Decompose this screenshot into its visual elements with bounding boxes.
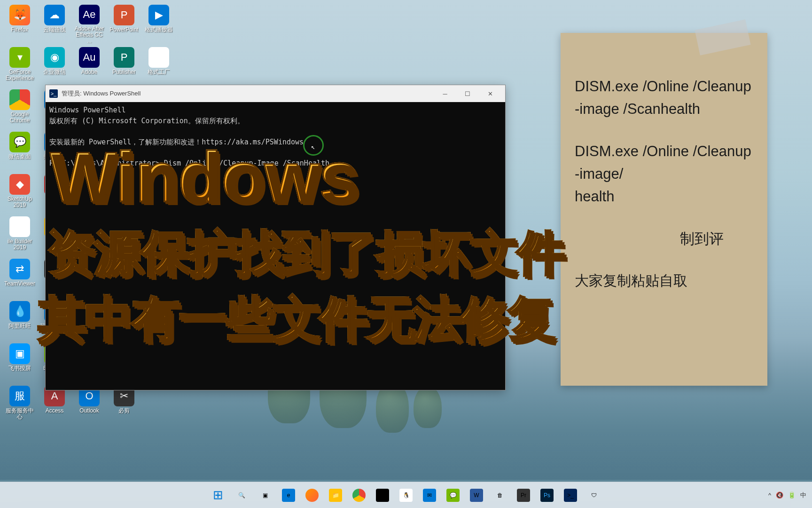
- taskbar[interactable]: ⊞ 🔍▣e📁✂🐧✉💬W🗑PrPs>_🛡 ^🔇🔋中: [0, 482, 812, 508]
- desktop-icon-builder[interactable]: ▤ile Builder 2019: [3, 214, 37, 255]
- taskbar-edge[interactable]: e: [278, 485, 299, 506]
- sticky-note: DISM.exe /Online /Cleanup-image /Scanhea…: [561, 33, 767, 386]
- taskbar-powershell-tb[interactable]: >_: [560, 485, 581, 506]
- desktop-icon-sketchup[interactable]: ◆SketchUp 2019: [3, 172, 37, 213]
- audition-icon: Au: [79, 47, 100, 68]
- taskbar-tray[interactable]: ^🔇🔋中: [768, 491, 806, 500]
- search-icon: 🔍: [235, 489, 248, 502]
- taskview-icon: ▣: [258, 489, 272, 502]
- icon-label: 微信桌面: [8, 154, 31, 160]
- taskbar-chrome-tb[interactable]: [349, 485, 369, 506]
- shield-icon: 🛡: [587, 489, 601, 502]
- tray-item[interactable]: 🔇: [776, 492, 783, 499]
- icon-label: Adobe: [81, 69, 98, 75]
- word-tb-icon: W: [470, 489, 483, 502]
- minimize-button[interactable]: ─: [434, 85, 456, 102]
- explorer-icon: 📁: [329, 489, 342, 502]
- publisher-icon: P: [114, 47, 134, 68]
- note-command-2: DISM.exe /Online /Cleanup-image/ health: [575, 140, 753, 208]
- note-command-1: DISM.exe /Online /Cleanup-image /Scanhea…: [575, 75, 753, 120]
- pr-icon: Pr: [517, 489, 530, 502]
- desktop-icon-qywx[interactable]: ◉企业微信: [38, 45, 71, 86]
- powershell-tb-icon: >_: [564, 489, 577, 502]
- overlay-subtitle-2: 其中有一些文件无法修复: [38, 287, 554, 351]
- taskbar-shield[interactable]: 🛡: [584, 485, 604, 506]
- powershell-icon: >_: [49, 89, 58, 98]
- desktop-icon-teamviewer[interactable]: ⇄TeamViewer: [3, 257, 37, 297]
- recycle-icon: 🗑: [493, 489, 507, 502]
- desktop-icon-player[interactable]: ▶格式播放器: [142, 3, 176, 43]
- wechat-icon: 💬: [9, 132, 30, 152]
- note-text-4: 大家复制粘贴自取: [575, 270, 753, 292]
- icon-label: Publisher: [112, 69, 136, 75]
- icon-label: 必剪: [118, 408, 130, 414]
- icon-label: 飞书投屏: [8, 365, 31, 372]
- close-button[interactable]: ✕: [479, 85, 501, 102]
- mail-icon: ✉: [423, 489, 436, 502]
- desktop-icon-ae[interactable]: AeAdobe After Effects CC ...: [72, 3, 106, 43]
- edge-icon: e: [282, 489, 295, 502]
- firefox-icon: 🦊: [9, 5, 30, 25]
- powershell-titlebar[interactable]: >_ 管理员: Windows PowerShell ─ ☐ ✕: [46, 85, 505, 102]
- icon-label: TeamViewer: [4, 281, 35, 287]
- desktop-icon-audition[interactable]: AuAdobe: [72, 45, 106, 86]
- taskbar-explorer[interactable]: 📁: [325, 485, 346, 506]
- taskbar-recycle[interactable]: 🗑: [490, 485, 510, 506]
- tray-item[interactable]: 🔋: [788, 492, 796, 499]
- factory-icon: ⚙: [148, 47, 169, 68]
- desktop-icon-firefox[interactable]: 🦊Firefox: [3, 3, 37, 43]
- desktop-icon-cloud[interactable]: ☁云端连线: [38, 3, 71, 43]
- cloud-icon: ☁: [44, 5, 65, 25]
- icon-label: Outlook: [79, 408, 99, 414]
- tray-item[interactable]: 中: [800, 491, 806, 500]
- desktop-icon-factory[interactable]: ⚙格式工厂: [142, 45, 176, 86]
- chrome-tb-icon: [352, 489, 366, 502]
- taskbar-search[interactable]: 🔍: [231, 485, 252, 506]
- aliww-icon: 💧: [9, 301, 30, 322]
- nvidia-icon: ▾: [9, 47, 30, 68]
- desktop-icon-nvidia[interactable]: ▾GeForce Experience: [3, 45, 37, 86]
- desktop-icon-powerpoint[interactable]: PPowerPoint: [107, 3, 141, 43]
- desktop-icon-service[interactable]: 服服务服务中心: [3, 384, 37, 424]
- powerpoint-icon: P: [114, 5, 134, 25]
- icon-label: 服务服务中心: [3, 408, 36, 420]
- maximize-button[interactable]: ☐: [456, 85, 479, 102]
- icon-label: 企业微信: [43, 69, 66, 75]
- desktop-icon-chrome[interactable]: Google Chrome: [3, 87, 37, 128]
- wallpaper-tree: [414, 386, 442, 428]
- taskbar-capcut[interactable]: ✂: [372, 485, 393, 506]
- icon-label: ile Builder 2019: [3, 238, 36, 251]
- ae-icon: Ae: [79, 5, 100, 24]
- builder-icon: ▤: [9, 216, 30, 237]
- taskbar-firefox-tb[interactable]: [302, 485, 322, 506]
- sketchup-icon: ◆: [9, 174, 30, 195]
- icon-label: Firefox: [11, 27, 29, 33]
- window-title: 管理员: Windows PowerShell: [62, 89, 434, 98]
- taskbar-taskview[interactable]: ▣: [255, 485, 275, 506]
- icon-label: Access: [46, 408, 64, 414]
- icon-label: 格式播放器: [145, 27, 173, 33]
- qywx-icon: ◉: [44, 47, 65, 68]
- icon-label: 格式工厂: [148, 69, 170, 75]
- wx-tb-icon: 💬: [446, 489, 460, 502]
- start-button[interactable]: ⊞: [208, 485, 228, 506]
- desktop-icon-aliww[interactable]: 💧阿里旺旺: [3, 299, 37, 340]
- taskbar-wx-tb[interactable]: 💬: [443, 485, 463, 506]
- taskbar-ps-tb[interactable]: Ps: [537, 485, 557, 506]
- taskbar-mail[interactable]: ✉: [419, 485, 440, 506]
- teamviewer-icon: ⇄: [9, 259, 30, 279]
- desktop-icon-publisher[interactable]: PPublisher: [107, 45, 141, 86]
- desktop-icon-wechat[interactable]: 💬微信桌面: [3, 130, 37, 170]
- tray-item[interactable]: ^: [768, 492, 771, 499]
- capcut-icon: ✂: [376, 489, 389, 502]
- icon-label: GeForce Experience: [3, 69, 36, 81]
- taskbar-qq[interactable]: 🐧: [396, 485, 416, 506]
- desktop-icon-flight[interactable]: ▣飞书投屏: [3, 341, 37, 382]
- firefox-tb-icon: [305, 489, 319, 502]
- taskbar-word-tb[interactable]: W: [466, 485, 487, 506]
- taskbar-pr[interactable]: Pr: [513, 485, 534, 506]
- icon-label: SketchUp 2019: [3, 196, 36, 208]
- overlay-subtitle-1: 资源保护找到了损坏文件: [47, 221, 564, 286]
- flight-icon: ▣: [9, 343, 30, 364]
- taskbar-center: ⊞ 🔍▣e📁✂🐧✉💬W🗑PrPs>_🛡: [208, 485, 604, 506]
